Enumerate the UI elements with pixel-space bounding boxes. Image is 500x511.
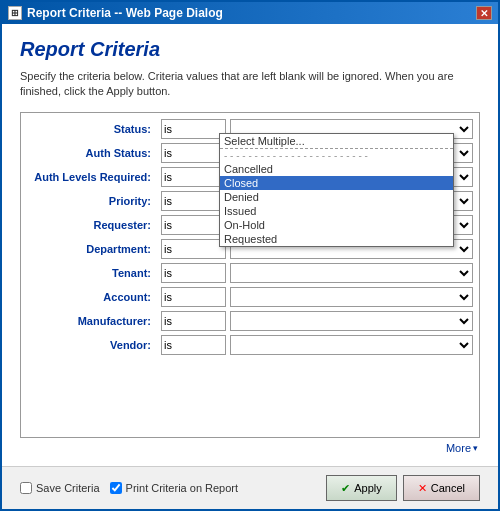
label-requester: Requester: [27, 219, 157, 231]
close-button[interactable]: ✕ [476, 6, 492, 20]
cancel-label: Cancel [431, 482, 465, 494]
label-account: Account: [27, 291, 157, 303]
save-criteria-label: Save Criteria [36, 482, 100, 494]
requester-is-select[interactable]: is [161, 215, 226, 235]
title-bar-left: ⊞ Report Criteria -- Web Page Dialog [8, 6, 223, 20]
label-authstatus: Auth Status: [27, 147, 157, 159]
dropdown-option-select-multiple[interactable]: Select Multiple... [220, 134, 453, 148]
footer: Save Criteria Print Criteria on Report ✔… [2, 466, 498, 509]
print-criteria-item: Print Criteria on Report [110, 482, 239, 494]
manufacturer-is-select[interactable]: is [161, 311, 226, 331]
more-label: More [446, 442, 471, 454]
apply-icon: ✔ [341, 482, 350, 495]
chevron-down-icon: ▾ [473, 443, 478, 453]
footer-right: ✔ Apply ✕ Cancel [326, 475, 480, 501]
vendor-value-select[interactable] [230, 335, 473, 355]
label-authlevels: Auth Levels Required: [27, 171, 157, 183]
print-criteria-label: Print Criteria on Report [126, 482, 239, 494]
criteria-area: Status: is Auth Status: is [20, 112, 480, 456]
apply-button[interactable]: ✔ Apply [326, 475, 397, 501]
label-tenant: Tenant: [27, 267, 157, 279]
footer-left: Save Criteria Print Criteria on Report [20, 482, 238, 494]
authlevels-is-select[interactable]: is [161, 167, 226, 187]
priority-is-select[interactable]: is [161, 191, 226, 211]
department-is-select[interactable]: is [161, 239, 226, 259]
tenant-is-select[interactable]: is [161, 263, 226, 283]
tenant-value-select[interactable] [230, 263, 473, 283]
label-department: Department: [27, 243, 157, 255]
dropdown-option-requested[interactable]: Requested [220, 232, 453, 246]
more-link[interactable]: More ▾ [446, 442, 478, 454]
label-manufacturer: Manufacturer: [27, 315, 157, 327]
save-criteria-item: Save Criteria [20, 482, 100, 494]
status-is-select[interactable]: is [161, 119, 226, 139]
description: Specify the criteria below. Criteria val… [20, 69, 480, 100]
account-value-select[interactable] [230, 287, 473, 307]
save-criteria-checkbox[interactable] [20, 482, 32, 494]
dropdown-separator: - - - - - - - - - - - - - - - - - - - - … [220, 148, 453, 162]
criteria-row-tenant: Tenant: is [27, 263, 473, 283]
label-priority: Priority: [27, 195, 157, 207]
account-is-select[interactable]: is [161, 287, 226, 307]
label-vendor: Vendor: [27, 339, 157, 351]
label-status: Status: [27, 123, 157, 135]
window-title: Report Criteria -- Web Page Dialog [27, 6, 223, 20]
vendor-is-select[interactable]: is [161, 335, 226, 355]
title-bar: ⊞ Report Criteria -- Web Page Dialog ✕ [2, 2, 498, 24]
window-icon: ⊞ [8, 6, 22, 20]
cancel-icon: ✕ [418, 482, 427, 495]
authstatus-is-select[interactable]: is [161, 143, 226, 163]
criteria-row-vendor: Vendor: is [27, 335, 473, 355]
main-content: Report Criteria Specify the criteria bel… [2, 24, 498, 466]
cancel-button[interactable]: ✕ Cancel [403, 475, 480, 501]
dropdown-option-on-hold[interactable]: On-Hold [220, 218, 453, 232]
dropdown-option-denied[interactable]: Denied [220, 190, 453, 204]
page-title: Report Criteria [20, 38, 480, 61]
manufacturer-value-select[interactable] [230, 311, 473, 331]
window: ⊞ Report Criteria -- Web Page Dialog ✕ R… [0, 0, 500, 511]
dropdown-option-closed[interactable]: Closed [220, 176, 453, 190]
dropdown-overlay: Select Multiple... - - - - - - - - - - -… [219, 133, 454, 247]
criteria-row-manufacturer: Manufacturer: is [27, 311, 473, 331]
dropdown-option-cancelled[interactable]: Cancelled [220, 162, 453, 176]
criteria-row-account: Account: is [27, 287, 473, 307]
dropdown-option-issued[interactable]: Issued [220, 204, 453, 218]
more-link-area: More ▾ [20, 438, 480, 456]
apply-label: Apply [354, 482, 382, 494]
print-criteria-checkbox[interactable] [110, 482, 122, 494]
criteria-scroll[interactable]: Status: is Auth Status: is [20, 112, 480, 438]
